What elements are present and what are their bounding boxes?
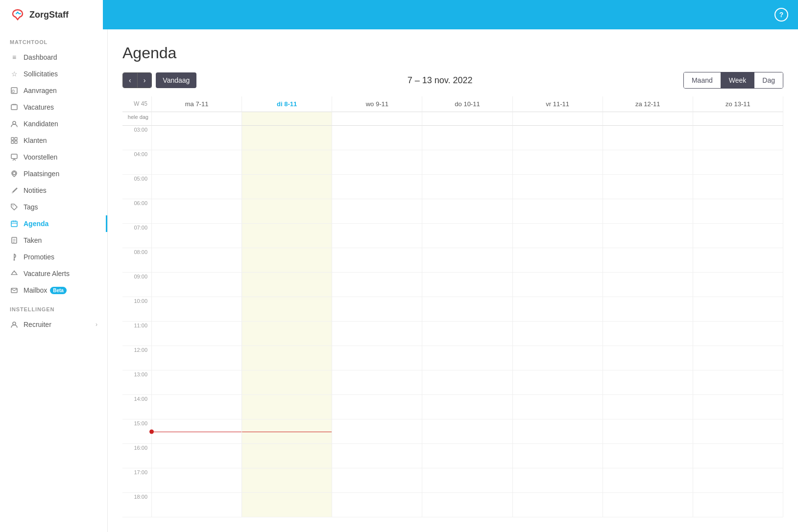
sidebar-item-label: Klanten [24, 137, 47, 144]
wednesday-header: wo 9-11 [332, 96, 422, 112]
zorgstaff-logo-icon [10, 7, 25, 23]
plaatsingen-icon [10, 169, 19, 178]
sidebar-item-label: Tags [24, 203, 38, 211]
sidebar-item-recruiter[interactable]: Recruiter › [0, 316, 107, 333]
sidebar: MATCHTOOL ≡ Dashboard ☆ Sollicitaties Aa… [0, 29, 108, 532]
sidebar-item-vacature-alerts[interactable]: Vacature Alerts [0, 265, 107, 282]
tags-icon [10, 203, 19, 211]
cell-sat-0300[interactable] [603, 126, 693, 150]
today-button[interactable]: Vandaag [156, 72, 196, 88]
week-number-header: W 45 [122, 96, 152, 112]
time-0700: 07:00 [122, 224, 152, 248]
sidebar-item-vacatures[interactable]: Vacatures [0, 99, 107, 116]
mailbox-beta-badge: Beta [50, 287, 67, 294]
sidebar-item-dashboard[interactable]: ≡ Dashboard [0, 49, 107, 66]
time-0400: 04:00 [122, 150, 152, 175]
vacatures-icon [10, 103, 19, 112]
sidebar-item-label: Kandidaten [24, 120, 58, 128]
sidebar-item-kandidaten[interactable]: Kandidaten [0, 116, 107, 132]
sidebar-item-notities[interactable]: Notities [0, 182, 107, 199]
sidebar-item-label: Notities [24, 186, 47, 194]
aanvragen-icon [10, 86, 19, 95]
sidebar-item-voorstellen[interactable]: Voorstellen [0, 149, 107, 165]
sidebar-item-label: Promoties [24, 253, 54, 261]
help-button[interactable]: ? [774, 8, 788, 22]
view-btn-group: Maand Week Dag [683, 72, 783, 89]
time-1700: 17:00 [122, 468, 152, 493]
allday-wed[interactable] [332, 112, 422, 126]
sidebar-item-taken[interactable]: Taken [0, 232, 107, 249]
page-title: Agenda [122, 44, 783, 62]
svg-point-13 [14, 259, 15, 261]
time-1200: 12:00 [122, 346, 152, 370]
calendar-range-label: 7 – 13 nov. 2022 [196, 75, 683, 86]
svg-rect-1 [12, 90, 14, 93]
time-0900: 09:00 [122, 273, 152, 297]
chevron-down-icon: › [96, 321, 97, 328]
time-0600: 06:00 [122, 199, 152, 224]
main-content: Agenda ‹ › Vandaag 7 – 13 nov. 2022 Maan… [108, 29, 798, 532]
view-week-button[interactable]: Week [721, 72, 755, 88]
cell-tue-0300[interactable] [242, 126, 332, 150]
svg-point-10 [13, 206, 14, 207]
recruiter-icon [10, 320, 19, 329]
cell-fri-0300[interactable] [513, 126, 603, 150]
sidebar-item-agenda[interactable]: Agenda [0, 215, 107, 232]
time-1400: 14:00 [122, 395, 152, 419]
time-1800: 18:00 [122, 493, 152, 517]
cell-mon-0300[interactable] [152, 126, 242, 150]
allday-thu[interactable] [422, 112, 512, 126]
sidebar-item-aanvragen[interactable]: Aanvragen [0, 82, 107, 99]
taken-icon [10, 236, 19, 245]
logo-text: ZorgStaff [29, 10, 69, 20]
saturday-header: za 12-11 [603, 96, 693, 112]
view-maand-button[interactable]: Maand [684, 72, 721, 88]
kandidaten-icon [10, 119, 19, 128]
sidebar-item-label: Vacature Alerts [24, 270, 70, 278]
cell-thu-0300[interactable] [422, 126, 512, 150]
cell-wed-0300[interactable] [332, 126, 422, 150]
svg-rect-2 [11, 105, 17, 110]
sidebar-item-label: Dashboard [24, 53, 57, 61]
calendar-grid-wrapper[interactable]: W 45 ma 7-11 di 8-11 wo 9-11 do 10-11 vr… [122, 96, 783, 532]
sidebar-item-sollicitaties[interactable]: ☆ Sollicitaties [0, 66, 107, 82]
view-dag-button[interactable]: Dag [754, 72, 783, 88]
mailbox-icon [10, 286, 19, 295]
calendar-nav: ‹ › Vandaag 7 – 13 nov. 2022 Maand Week … [122, 72, 783, 89]
nav-btn-group: ‹ › [122, 72, 152, 88]
allday-tue[interactable] [242, 112, 332, 126]
sidebar-item-label: Voorstellen [24, 153, 57, 161]
thursday-header: do 10-11 [422, 96, 512, 112]
svg-point-3 [13, 121, 16, 124]
sollicitaties-icon: ☆ [10, 69, 19, 78]
time-1300: 13:00 [122, 370, 152, 395]
instellingen-section-label: INSTELLINGEN [0, 306, 107, 316]
prev-button[interactable]: ‹ [123, 73, 137, 88]
sidebar-item-mailbox[interactable]: Mailbox Beta [0, 282, 107, 299]
sidebar-item-label: Agenda [24, 220, 48, 228]
time-0500: 05:00 [122, 175, 152, 199]
allday-mon[interactable] [152, 112, 242, 126]
friday-header: vr 11-11 [513, 96, 603, 112]
voorstellen-icon [10, 153, 19, 162]
sidebar-item-plaatsingen[interactable]: Plaatsingen [0, 165, 107, 182]
time-1000: 10:00 [122, 297, 152, 322]
svg-rect-5 [15, 138, 17, 140]
allday-fri[interactable] [513, 112, 603, 126]
calendar-grid: W 45 ma 7-11 di 8-11 wo 9-11 do 10-11 vr… [122, 96, 783, 517]
allday-sun[interactable] [693, 112, 783, 126]
sidebar-item-tags[interactable]: Tags [0, 199, 107, 215]
cell-sun-0300[interactable] [693, 126, 783, 150]
svg-rect-7 [15, 141, 17, 143]
svg-point-15 [13, 322, 16, 325]
sidebar-item-label: Taken [24, 236, 42, 244]
time-1600: 16:00 [122, 444, 152, 468]
sidebar-item-klanten[interactable]: Klanten [0, 132, 107, 149]
monday-header: ma 7-11 [152, 96, 242, 112]
notities-icon [10, 186, 19, 195]
sidebar-item-promoties[interactable]: Promoties [0, 249, 107, 265]
next-button[interactable]: › [137, 73, 152, 88]
allday-label: hele dag [122, 112, 152, 126]
klanten-icon [10, 136, 19, 145]
allday-sat[interactable] [603, 112, 693, 126]
